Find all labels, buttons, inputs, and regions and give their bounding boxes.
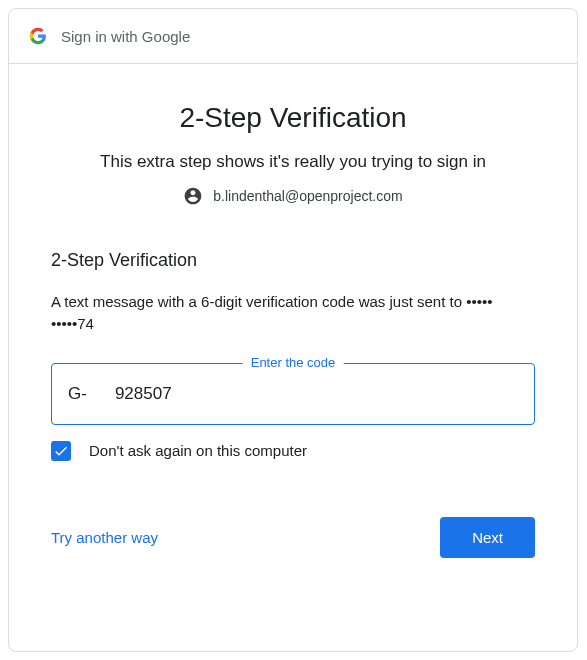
code-input-wrapper[interactable]: Enter the code G- — [51, 363, 535, 425]
section-title: 2-Step Verification — [51, 250, 535, 271]
remember-checkbox-row: Don't ask again on this computer — [51, 441, 535, 461]
account-icon — [183, 186, 203, 206]
signin-card: Sign in with Google 2-Step Verification … — [8, 8, 578, 652]
remember-checkbox-label: Don't ask again on this computer — [89, 442, 307, 459]
try-another-way-link[interactable]: Try another way — [51, 529, 158, 546]
page-title: 2-Step Verification — [51, 102, 535, 134]
checkmark-icon — [53, 443, 69, 459]
code-input-label: Enter the code — [243, 355, 344, 370]
verification-message: A text message with a 6-digit verificati… — [51, 291, 535, 335]
google-logo-icon — [29, 27, 47, 45]
header-title: Sign in with Google — [61, 28, 190, 45]
code-input[interactable] — [115, 384, 518, 404]
code-prefix: G- — [68, 384, 87, 404]
account-identifier: b.lindenthal@openproject.com — [51, 186, 535, 206]
account-email: b.lindenthal@openproject.com — [213, 188, 402, 204]
next-button[interactable]: Next — [440, 517, 535, 558]
content-area: 2-Step Verification This extra step show… — [9, 64, 577, 558]
header: Sign in with Google — [9, 9, 577, 64]
remember-checkbox[interactable] — [51, 441, 71, 461]
actions-row: Try another way Next — [51, 517, 535, 558]
page-subtitle: This extra step shows it's really you tr… — [51, 152, 535, 172]
